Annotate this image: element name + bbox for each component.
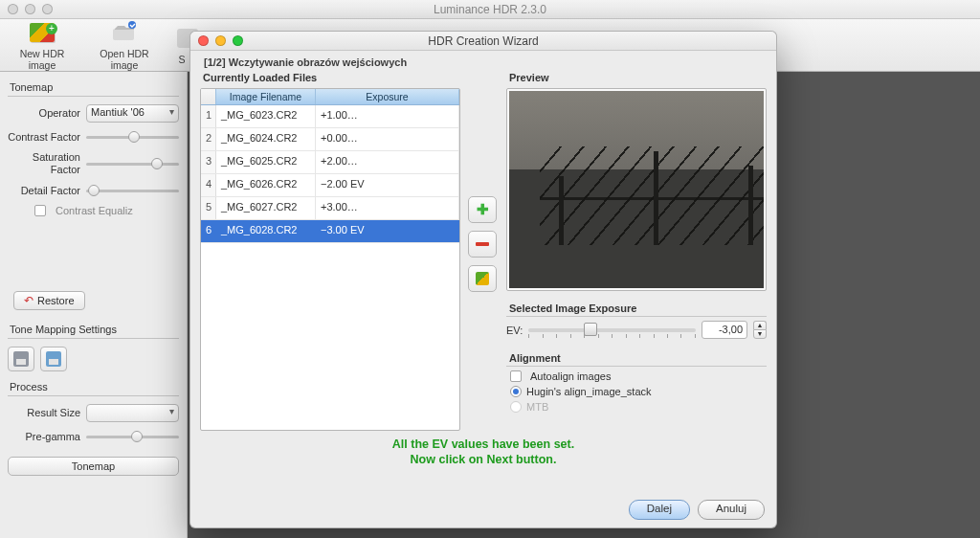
- ev-value-input[interactable]: -3,00: [702, 321, 747, 339]
- hugin-radio[interactable]: [510, 386, 522, 397]
- floppy-open-icon: [46, 351, 61, 367]
- row-filename: _MG_6024.CR2: [216, 128, 316, 150]
- row-filename: _MG_6028.CR2: [216, 220, 316, 242]
- loaded-files-label: Currently Loaded Files: [200, 72, 460, 85]
- tonemap-group: Tonemap: [8, 81, 179, 97]
- mtb-option: MTB: [510, 401, 767, 413]
- contrast-label: Contrast Factor: [8, 131, 80, 144]
- open-hdr-label: Open HDR image: [90, 48, 159, 71]
- row-exposure: +0.00…: [316, 128, 459, 150]
- table-row[interactable]: 3_MG_6025.CR2+2.00…: [201, 151, 459, 174]
- new-hdr-label: New HDR image: [8, 48, 77, 71]
- file-table[interactable]: Image Filename Exposure 1_MG_6023.CR2+1.…: [200, 88, 460, 431]
- floppy-icon: [13, 351, 29, 367]
- table-header: Image Filename Exposure: [201, 89, 459, 105]
- row-filename: _MG_6025.CR2: [216, 151, 316, 173]
- exposure-head: Selected Image Exposure: [506, 303, 767, 317]
- close-icon[interactable]: [8, 4, 18, 14]
- operator-label: Operator: [8, 107, 80, 120]
- row-index: 6: [201, 220, 216, 242]
- plus-icon: ✚: [477, 201, 489, 218]
- ev-stepper[interactable]: ▲ ▼: [753, 321, 767, 339]
- row-filename: _MG_6023.CR2: [216, 105, 316, 127]
- minus-icon: [476, 242, 489, 246]
- preview-box: [506, 88, 767, 291]
- save-settings-button[interactable]: [8, 347, 34, 371]
- minimize-icon[interactable]: [215, 35, 226, 46]
- row-index: 2: [201, 128, 216, 150]
- contrast-slider[interactable]: [86, 130, 179, 144]
- contrast-equalization-label: Contrast Equaliz: [56, 205, 133, 216]
- row-index: 1: [201, 105, 216, 127]
- row-exposure: +1.00…: [316, 105, 459, 127]
- left-panel: Tonemap Operator Mantiuk '06 Contrast Fa…: [0, 72, 188, 538]
- contrast-equalization-checkbox[interactable]: [34, 205, 46, 216]
- hugin-option[interactable]: Hugin's align_image_stack: [510, 386, 767, 397]
- row-index: 4: [201, 174, 216, 196]
- result-size-label: Result Size: [8, 407, 80, 419]
- ev-slider[interactable]: [528, 322, 696, 339]
- table-row[interactable]: 6_MG_6028.CR2−3.00 EV: [201, 220, 459, 243]
- minimize-icon[interactable]: [25, 4, 35, 14]
- ev-label: EV:: [506, 325, 523, 336]
- row-index: 3: [201, 151, 216, 173]
- hdr-creation-wizard: HDR Creation Wizard [1/2] Wczytywanie ob…: [189, 31, 777, 528]
- cancel-button[interactable]: Anuluj: [698, 500, 765, 520]
- table-row[interactable]: 4_MG_6026.CR2−2.00 EV: [201, 174, 459, 197]
- step-down-icon[interactable]: ▼: [753, 329, 767, 339]
- restore-button[interactable]: ↶ Restore: [13, 291, 85, 310]
- row-index: 5: [201, 197, 216, 219]
- modal-title: HDR Creation Wizard: [428, 34, 538, 48]
- table-row[interactable]: 5_MG_6027.CR2+3.00…: [201, 197, 459, 220]
- row-exposure: −3.00 EV: [316, 220, 459, 242]
- undo-icon: ↶: [24, 294, 33, 307]
- row-exposure: +2.00…: [316, 151, 459, 173]
- modal-titlebar: HDR Creation Wizard: [190, 32, 776, 51]
- zoom-icon[interactable]: [42, 4, 53, 14]
- tms-group: Tone Mapping Settings: [8, 324, 179, 339]
- clear-files-button[interactable]: [468, 265, 497, 292]
- open-hdr-button[interactable]: Open HDR image: [90, 19, 159, 71]
- table-row[interactable]: 1_MG_6023.CR2+1.00…: [201, 105, 459, 128]
- preview-label: Preview: [506, 72, 767, 85]
- new-hdr-button[interactable]: + New HDR image: [8, 19, 77, 71]
- detail-label: Detail Factor: [8, 185, 80, 197]
- step-up-icon[interactable]: ▲: [753, 321, 767, 329]
- col-exposure[interactable]: Exposure: [316, 89, 459, 104]
- image-icon: [476, 272, 489, 285]
- svg-rect-0: [113, 29, 134, 40]
- saturation-label: Saturation Factor: [8, 151, 80, 176]
- app-title: Luminance HDR 2.3.0: [434, 3, 546, 16]
- remove-file-button[interactable]: [468, 231, 497, 258]
- row-filename: _MG_6026.CR2: [216, 174, 316, 196]
- status-message: All the EV values have been set. Now cli…: [200, 437, 767, 467]
- autoalign-checkbox[interactable]: [510, 370, 522, 382]
- close-icon[interactable]: [198, 35, 209, 46]
- row-exposure: +3.00…: [316, 197, 459, 219]
- saturation-slider[interactable]: [86, 157, 179, 170]
- detail-slider[interactable]: [86, 184, 179, 197]
- next-button[interactable]: Dalej: [629, 500, 690, 520]
- operator-select[interactable]: Mantiuk '06: [86, 104, 179, 123]
- col-filename[interactable]: Image Filename: [216, 89, 316, 104]
- pregamma-label: Pre-gamma: [8, 431, 80, 443]
- add-file-button[interactable]: ✚: [468, 196, 497, 223]
- pregamma-slider[interactable]: [86, 430, 179, 443]
- alignment-head: Alignment: [506, 352, 767, 367]
- result-size-select[interactable]: [86, 404, 179, 422]
- step-label: [1/2] Wczytywanie obrazów wejściowych: [204, 56, 767, 68]
- load-settings-button[interactable]: [40, 347, 67, 371]
- preview-image: [509, 91, 764, 288]
- mtb-radio: [510, 401, 522, 413]
- toolbar-item-3[interactable]: S: [172, 25, 191, 65]
- zoom-icon[interactable]: [233, 35, 243, 46]
- autoalign-option[interactable]: Autoalign images: [510, 370, 767, 382]
- row-exposure: −2.00 EV: [316, 174, 459, 196]
- main-titlebar: Luminance HDR 2.3.0: [0, 0, 980, 19]
- tonemap-button[interactable]: Tonemap: [8, 457, 179, 476]
- table-row[interactable]: 2_MG_6024.CR2+0.00…: [201, 128, 459, 151]
- row-filename: _MG_6027.CR2: [216, 197, 316, 219]
- process-group: Process: [8, 381, 179, 396]
